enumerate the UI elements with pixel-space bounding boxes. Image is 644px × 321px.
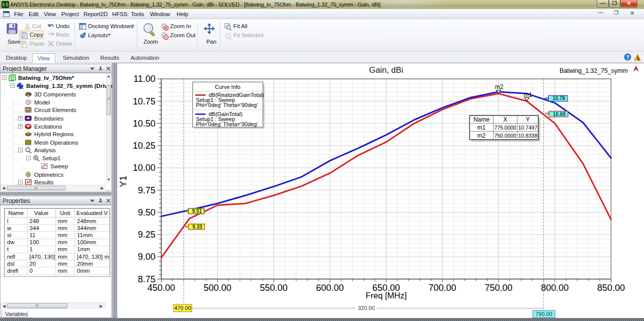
svg-text:9.25: 9.25 (138, 230, 155, 240)
svg-text:9.00: 9.00 (138, 252, 155, 262)
svg-text:Phi='0deg' Theta='90deg': Phi='0deg' Theta='90deg' (196, 102, 258, 108)
svg-text:550.00: 550.00 (260, 283, 287, 293)
svg-text:700.00: 700.00 (429, 283, 456, 293)
svg-text:9.51: 9.51 (192, 208, 202, 214)
svg-text:9.50: 9.50 (138, 207, 155, 218)
svg-text:Name: Name (473, 116, 490, 123)
svg-text:600.00: 600.00 (316, 283, 344, 293)
svg-text:450.00: 450.00 (147, 283, 175, 293)
svg-text:Y1: Y1 (118, 175, 128, 187)
svg-text:750.00: 750.00 (485, 283, 512, 293)
svg-text:?: ? (626, 54, 629, 60)
svg-text:12: 12 (26, 108, 30, 112)
svg-text:Y: Y (526, 116, 530, 123)
svg-text:10.75: 10.75 (133, 96, 155, 106)
svg-text:9.33: 9.33 (192, 224, 202, 230)
svg-text:10.8338: 10.8338 (518, 133, 537, 139)
svg-text:Curve Info: Curve Info (215, 84, 240, 90)
svg-text:10.50: 10.50 (133, 119, 155, 129)
svg-text:11.00: 11.00 (133, 74, 155, 84)
svg-text:750.0000: 750.0000 (494, 133, 516, 139)
svg-text:Freq [MHz]: Freq [MHz] (366, 291, 407, 300)
svg-text:Batwing_1.32_75_symm: Batwing_1.32_75_symm (559, 67, 628, 74)
svg-text:10.60: 10.60 (553, 112, 566, 117)
svg-text:800.00: 800.00 (541, 283, 569, 293)
svg-text:320.00: 320.00 (358, 305, 375, 311)
svg-text:775.0000: 775.0000 (494, 125, 516, 131)
svg-text:Phi='0deg' Theta='90deg': Phi='0deg' Theta='90deg' (196, 121, 258, 127)
svg-text:10.78: 10.78 (552, 95, 565, 101)
svg-text:9.75: 9.75 (138, 185, 155, 195)
svg-text:790.00: 790.00 (535, 311, 552, 317)
svg-text:m2: m2 (495, 83, 504, 90)
svg-text:10.7497: 10.7497 (518, 125, 537, 131)
svg-text:500.00: 500.00 (204, 283, 231, 293)
svg-text:m1: m1 (477, 124, 486, 131)
svg-text:m1: m1 (524, 91, 532, 98)
svg-text:10.00: 10.00 (133, 163, 155, 173)
svg-text:470.00: 470.00 (174, 305, 191, 311)
svg-text:850.00: 850.00 (597, 283, 625, 293)
svg-text:m2: m2 (477, 132, 486, 139)
svg-text:10.25: 10.25 (133, 141, 155, 151)
svg-text:Gain, dBi: Gain, dBi (369, 65, 404, 74)
svg-text:X: X (503, 116, 507, 123)
